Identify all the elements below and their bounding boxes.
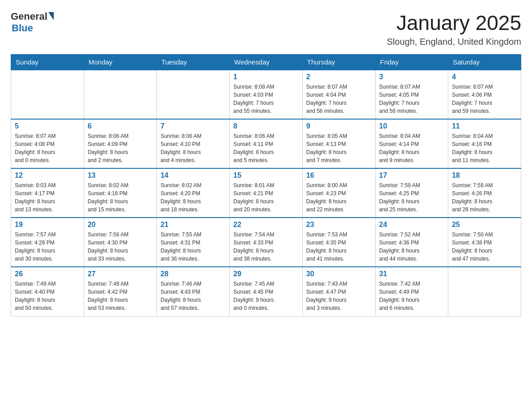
day-number: 4: [452, 73, 517, 81]
day-info: Sunrise: 7:46 AM Sunset: 4:43 PM Dayligh…: [160, 280, 226, 312]
day-number: 18: [452, 171, 517, 180]
day-info: Sunrise: 8:08 AM Sunset: 4:03 PM Dayligh…: [233, 83, 299, 115]
calendar-cell: 9Sunrise: 8:05 AM Sunset: 4:13 PM Daylig…: [302, 119, 375, 168]
day-info: Sunrise: 7:55 AM Sunset: 4:31 PM Dayligh…: [160, 231, 226, 263]
day-info: Sunrise: 8:06 AM Sunset: 4:10 PM Dayligh…: [160, 132, 226, 164]
day-info: Sunrise: 8:05 AM Sunset: 4:13 PM Dayligh…: [306, 132, 372, 164]
day-info: Sunrise: 8:00 AM Sunset: 4:23 PM Dayligh…: [306, 181, 372, 214]
day-info: Sunrise: 8:06 AM Sunset: 4:11 PM Dayligh…: [233, 132, 299, 164]
calendar-cell: 13Sunrise: 8:02 AM Sunset: 4:18 PM Dayli…: [84, 168, 157, 218]
day-number: 29: [233, 270, 299, 278]
calendar-cell: 18Sunrise: 7:58 AM Sunset: 4:26 PM Dayli…: [448, 168, 521, 218]
day-number: 25: [452, 221, 517, 229]
day-info: Sunrise: 7:56 AM Sunset: 4:30 PM Dayligh…: [88, 231, 153, 263]
day-info: Sunrise: 7:57 AM Sunset: 4:28 PM Dayligh…: [15, 231, 80, 263]
logo-general-text: General: [11, 11, 47, 22]
calendar-cell: 16Sunrise: 8:00 AM Sunset: 4:23 PM Dayli…: [302, 168, 375, 218]
calendar-cell: 12Sunrise: 8:03 AM Sunset: 4:17 PM Dayli…: [11, 168, 84, 218]
calendar-table: SundayMondayTuesdayWednesdayThursdayFrid…: [11, 54, 521, 317]
day-info: Sunrise: 8:07 AM Sunset: 4:05 PM Dayligh…: [379, 83, 445, 115]
day-number: 3: [379, 73, 445, 81]
calendar-header-row: SundayMondayTuesdayWednesdayThursdayFrid…: [11, 55, 521, 70]
day-info: Sunrise: 8:07 AM Sunset: 4:08 PM Dayligh…: [15, 132, 80, 164]
day-number: 10: [379, 122, 445, 130]
day-number: 19: [15, 221, 80, 229]
calendar-header-wednesday: Wednesday: [230, 55, 303, 70]
calendar-cell: 23Sunrise: 7:53 AM Sunset: 4:35 PM Dayli…: [302, 218, 375, 267]
day-number: 24: [379, 221, 445, 229]
day-number: 17: [379, 171, 445, 180]
day-info: Sunrise: 7:43 AM Sunset: 4:47 PM Dayligh…: [306, 280, 372, 312]
day-info: Sunrise: 8:02 AM Sunset: 4:18 PM Dayligh…: [88, 181, 153, 214]
calendar-cell: 7Sunrise: 8:06 AM Sunset: 4:10 PM Daylig…: [157, 119, 230, 168]
calendar-week-row: 5Sunrise: 8:07 AM Sunset: 4:08 PM Daylig…: [11, 119, 521, 168]
day-number: 16: [306, 171, 372, 180]
day-number: 7: [160, 122, 226, 130]
calendar-week-row: 19Sunrise: 7:57 AM Sunset: 4:28 PM Dayli…: [11, 218, 521, 267]
calendar-cell: 6Sunrise: 8:06 AM Sunset: 4:09 PM Daylig…: [84, 119, 157, 168]
month-title: January 2025: [387, 11, 521, 35]
calendar-cell: 30Sunrise: 7:43 AM Sunset: 4:47 PM Dayli…: [302, 267, 375, 316]
calendar-cell: [84, 70, 157, 119]
calendar-cell: 15Sunrise: 8:01 AM Sunset: 4:21 PM Dayli…: [230, 168, 303, 218]
day-number: 2: [306, 73, 372, 81]
logo: General Blue: [11, 11, 54, 34]
calendar-cell: 27Sunrise: 7:48 AM Sunset: 4:42 PM Dayli…: [84, 267, 157, 316]
calendar-cell: 21Sunrise: 7:55 AM Sunset: 4:31 PM Dayli…: [157, 218, 230, 267]
calendar-cell: 19Sunrise: 7:57 AM Sunset: 4:28 PM Dayli…: [11, 218, 84, 267]
calendar-cell: 31Sunrise: 7:42 AM Sunset: 4:49 PM Dayli…: [375, 267, 448, 316]
day-number: 11: [452, 122, 517, 130]
day-info: Sunrise: 8:04 AM Sunset: 4:16 PM Dayligh…: [452, 132, 517, 164]
calendar-cell: 8Sunrise: 8:06 AM Sunset: 4:11 PM Daylig…: [230, 119, 303, 168]
day-number: 12: [15, 171, 80, 180]
day-number: 23: [306, 221, 372, 229]
calendar-cell: [157, 70, 230, 119]
day-info: Sunrise: 7:58 AM Sunset: 4:26 PM Dayligh…: [452, 181, 517, 214]
calendar-cell: 29Sunrise: 7:45 AM Sunset: 4:45 PM Dayli…: [230, 267, 303, 316]
day-number: 31: [379, 270, 445, 278]
day-number: 14: [160, 171, 226, 180]
calendar-cell: 20Sunrise: 7:56 AM Sunset: 4:30 PM Dayli…: [84, 218, 157, 267]
day-number: 28: [160, 270, 226, 278]
day-number: 27: [88, 270, 153, 278]
calendar-cell: 26Sunrise: 7:49 AM Sunset: 4:40 PM Dayli…: [11, 267, 84, 316]
day-number: 9: [306, 122, 372, 130]
day-info: Sunrise: 7:54 AM Sunset: 4:33 PM Dayligh…: [233, 231, 299, 263]
calendar-cell: [11, 70, 84, 119]
calendar-cell: 28Sunrise: 7:46 AM Sunset: 4:43 PM Dayli…: [157, 267, 230, 316]
day-number: 15: [233, 171, 299, 180]
day-number: 22: [233, 221, 299, 229]
day-info: Sunrise: 8:03 AM Sunset: 4:17 PM Dayligh…: [15, 181, 80, 214]
calendar-cell: 3Sunrise: 8:07 AM Sunset: 4:05 PM Daylig…: [375, 70, 448, 119]
day-info: Sunrise: 8:07 AM Sunset: 4:06 PM Dayligh…: [452, 83, 517, 115]
page-header: General Blue January 2025 Slough, Englan…: [11, 11, 521, 47]
calendar-cell: 1Sunrise: 8:08 AM Sunset: 4:03 PM Daylig…: [230, 70, 303, 119]
day-info: Sunrise: 8:07 AM Sunset: 4:04 PM Dayligh…: [306, 83, 372, 115]
calendar-cell: 14Sunrise: 8:02 AM Sunset: 4:20 PM Dayli…: [157, 168, 230, 218]
calendar-header-sunday: Sunday: [11, 55, 84, 70]
day-info: Sunrise: 7:45 AM Sunset: 4:45 PM Dayligh…: [233, 280, 299, 312]
day-info: Sunrise: 8:04 AM Sunset: 4:14 PM Dayligh…: [379, 132, 445, 164]
calendar-cell: 22Sunrise: 7:54 AM Sunset: 4:33 PM Dayli…: [230, 218, 303, 267]
day-info: Sunrise: 7:52 AM Sunset: 4:36 PM Dayligh…: [379, 231, 445, 263]
logo-blue-text: Blue: [12, 22, 33, 34]
day-info: Sunrise: 7:42 AM Sunset: 4:49 PM Dayligh…: [379, 280, 445, 312]
calendar-week-row: 12Sunrise: 8:03 AM Sunset: 4:17 PM Dayli…: [11, 168, 521, 218]
day-number: 21: [160, 221, 226, 229]
day-number: 26: [15, 270, 80, 278]
day-info: Sunrise: 8:01 AM Sunset: 4:21 PM Dayligh…: [233, 181, 299, 214]
calendar-cell: [448, 267, 521, 316]
day-number: 1: [233, 73, 299, 81]
calendar-week-row: 1Sunrise: 8:08 AM Sunset: 4:03 PM Daylig…: [11, 70, 521, 119]
day-info: Sunrise: 7:53 AM Sunset: 4:35 PM Dayligh…: [306, 231, 372, 263]
calendar-header-friday: Friday: [375, 55, 448, 70]
calendar-cell: 24Sunrise: 7:52 AM Sunset: 4:36 PM Dayli…: [375, 218, 448, 267]
title-area: January 2025 Slough, England, United Kin…: [387, 11, 521, 47]
day-number: 6: [88, 122, 153, 130]
day-info: Sunrise: 8:06 AM Sunset: 4:09 PM Dayligh…: [88, 132, 153, 164]
day-info: Sunrise: 7:48 AM Sunset: 4:42 PM Dayligh…: [88, 280, 153, 312]
calendar-cell: 10Sunrise: 8:04 AM Sunset: 4:14 PM Dayli…: [375, 119, 448, 168]
calendar-cell: 17Sunrise: 7:59 AM Sunset: 4:25 PM Dayli…: [375, 168, 448, 218]
day-info: Sunrise: 8:02 AM Sunset: 4:20 PM Dayligh…: [160, 181, 226, 214]
day-number: 5: [15, 122, 80, 130]
